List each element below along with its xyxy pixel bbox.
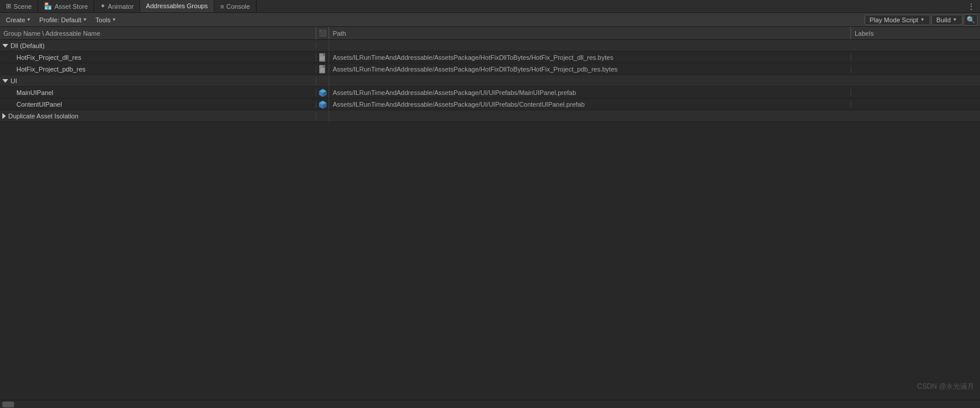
tools-button[interactable]: Tools ▼ (92, 15, 120, 25)
expand-icon-duplicate (2, 113, 6, 119)
asset-icon-main-ui (316, 87, 329, 98)
column-header-group-name: Group Name \ Addressable Name (0, 27, 316, 39)
group-name-ui: UI (0, 77, 316, 84)
horizontal-scrollbar[interactable] (0, 400, 980, 408)
asset-name-content-ui: ContentUIPanel (0, 101, 316, 108)
svg-rect-4 (320, 59, 323, 60)
svg-rect-9 (320, 71, 323, 72)
svg-rect-3 (320, 58, 324, 59)
profile-button[interactable]: Profile: Default ▼ (36, 15, 91, 25)
expand-icon-dll (2, 44, 8, 47)
build-button[interactable]: Build ▼ (931, 15, 962, 25)
asset-name-pdb-res: HotFix_Project_pdb_res (0, 66, 316, 73)
icon-header-icon: ⬛ (316, 27, 329, 39)
column-header-path: Path (329, 27, 851, 39)
group-name-dll: Dll (Default) (0, 42, 316, 49)
svg-rect-7 (320, 69, 324, 69)
group-row-ui[interactable]: UI (0, 75, 980, 87)
table-content: Dll (Default) HotFix_Project_dll_res Ass… (0, 40, 980, 400)
tab-addressables-groups[interactable]: Addressables Groups (140, 0, 214, 12)
document-icon (319, 53, 327, 62)
tab-animator-label: Animator (108, 3, 134, 10)
scene-icon: ⊞ (6, 2, 11, 10)
table-row[interactable]: ContentUIPanel Assets/ILRunTimeAndAddres… (0, 98, 980, 110)
prefab-icon (319, 89, 327, 97)
group-name-duplicate: Duplicate Asset Isolation (0, 113, 316, 120)
table-row[interactable]: HotFix_Project_pdb_res Assets/ILRunTimeA… (0, 63, 980, 75)
group-icon-dll (316, 40, 329, 51)
tab-scene-label: Scene (13, 3, 32, 10)
prefab-icon (319, 100, 327, 108)
tab-console[interactable]: ≡ Console (214, 0, 257, 12)
create-button[interactable]: Create ▼ (2, 15, 35, 25)
asset-store-icon: 🏪 (44, 2, 52, 10)
asset-icon-dll-res (316, 52, 329, 63)
play-mode-script-button[interactable]: Play Mode Script ▼ (865, 15, 930, 25)
document-icon (319, 64, 327, 74)
column-header-labels: Labels (851, 27, 980, 39)
tools-dropdown-arrow: ▼ (112, 17, 117, 22)
table-row[interactable]: MainUIPanel Assets/ILRunTimeAndAddressab… (0, 87, 980, 98)
svg-rect-2 (320, 57, 324, 57)
play-mode-dropdown-arrow: ▼ (920, 17, 925, 22)
asset-path-pdb-res: Assets/ILRunTimeAndAddressable/AssetsPac… (329, 66, 851, 73)
group-row-dll[interactable]: Dll (Default) (0, 40, 980, 52)
tab-asset-store-label: Asset Store (54, 3, 88, 10)
search-icon: 🔍 (967, 16, 975, 24)
asset-icon-pdb-res (316, 63, 329, 74)
asset-path-content-ui: Assets/ILRunTimeAndAddressable/AssetsPac… (329, 101, 851, 108)
tools-label: Tools (95, 16, 111, 23)
watermark: CSDN @水光涵月 (917, 382, 974, 392)
profile-dropdown-arrow: ▼ (83, 17, 87, 22)
scroll-thumb[interactable] (2, 402, 14, 407)
build-dropdown-arrow: ▼ (952, 17, 957, 22)
group-icon-duplicate (316, 110, 329, 121)
expand-icon-ui (2, 79, 8, 83)
build-label: Build (937, 16, 951, 23)
tab-console-label: Console (226, 3, 250, 10)
group-icon-ui (316, 75, 329, 86)
toolbar-right: Play Mode Script ▼ Build ▼ 🔍 (865, 14, 978, 26)
create-dropdown-arrow: ▼ (26, 17, 31, 22)
group-row-duplicate[interactable]: Duplicate Asset Isolation (0, 110, 980, 122)
tab-asset-store[interactable]: 🏪 Asset Store (38, 0, 94, 12)
profile-label: Profile: Default (39, 16, 81, 23)
asset-path-main-ui: Assets/ILRunTimeAndAddressable/AssetsPac… (329, 89, 851, 96)
tab-addressables-label: Addressables Groups (146, 2, 208, 9)
asset-icon-content-ui (316, 98, 329, 110)
svg-rect-8 (320, 70, 324, 70)
asset-name-dll-res: HotFix_Project_dll_res (0, 54, 316, 61)
toolbar: Create ▼ Profile: Default ▼ Tools ▼ Play… (0, 13, 980, 27)
play-mode-label: Play Mode Script (870, 16, 918, 23)
table-header: Group Name \ Addressable Name ⬛ Path Lab… (0, 27, 980, 40)
animator-icon: ✦ (100, 2, 105, 10)
tab-scene[interactable]: ⊞ Scene (0, 0, 38, 12)
create-label: Create (6, 16, 25, 23)
asset-path-dll-res: Assets/ILRunTimeAndAddressable/AssetsPac… (329, 54, 851, 61)
column-header-icon: ⬛ (316, 27, 329, 39)
tab-overflow-button[interactable]: ⋮ (962, 0, 980, 12)
search-button[interactable]: 🔍 (964, 14, 978, 26)
table-row[interactable]: HotFix_Project_dll_res Assets/ILRunTimeA… (0, 52, 980, 63)
asset-name-main-ui: MainUIPanel (0, 89, 316, 96)
tab-bar-spacer (257, 0, 962, 12)
tab-animator[interactable]: ✦ Animator (94, 0, 140, 12)
tab-bar: ⊞ Scene 🏪 Asset Store ✦ Animator Address… (0, 0, 980, 13)
console-icon: ≡ (220, 3, 224, 10)
